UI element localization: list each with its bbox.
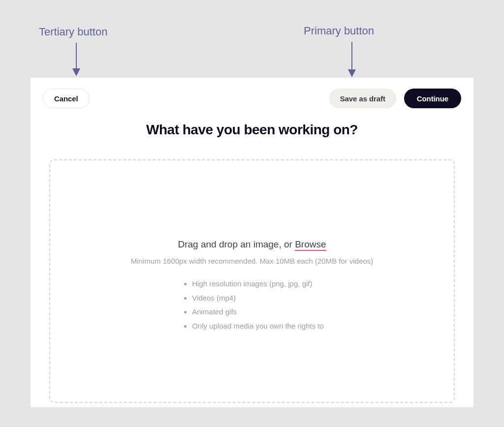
list-item: High resolution images (png, jpg, gif) <box>192 277 324 291</box>
dropzone-lead-prefix: Drag and drop an image, or <box>178 239 295 249</box>
list-item: Only upload media you own the rights to <box>192 319 324 334</box>
upload-dropzone[interactable]: Drag and drop an image, or Browse Minimu… <box>49 159 455 403</box>
dropzone-subtext: Minimum 1600px width recommended. Max 10… <box>131 257 374 265</box>
continue-button[interactable]: Continue <box>404 89 461 108</box>
upload-modal: Cancel Save as draft Continue What have … <box>31 78 473 407</box>
browse-link[interactable]: Browse <box>295 239 326 251</box>
dropzone-lead: Drag and drop an image, or Browse <box>178 239 326 250</box>
page-title: What have you been working on? <box>43 122 461 138</box>
toolbar-right-group: Save as draft Continue <box>329 89 461 108</box>
list-item: Videos (mp4) <box>192 291 324 305</box>
annotation-primary-label: Primary button <box>304 25 374 37</box>
list-item: Animated gifs <box>192 305 324 319</box>
arrow-tertiary-icon <box>69 42 84 79</box>
arrow-primary-icon <box>345 41 359 80</box>
annotation-tertiary-label: Tertiary button <box>39 26 107 38</box>
cancel-button[interactable]: Cancel <box>43 89 90 108</box>
dropzone-requirements-list: High resolution images (png, jpg, gif) V… <box>180 277 324 333</box>
save-draft-button[interactable]: Save as draft <box>329 89 396 108</box>
modal-toolbar: Cancel Save as draft Continue <box>43 89 461 108</box>
